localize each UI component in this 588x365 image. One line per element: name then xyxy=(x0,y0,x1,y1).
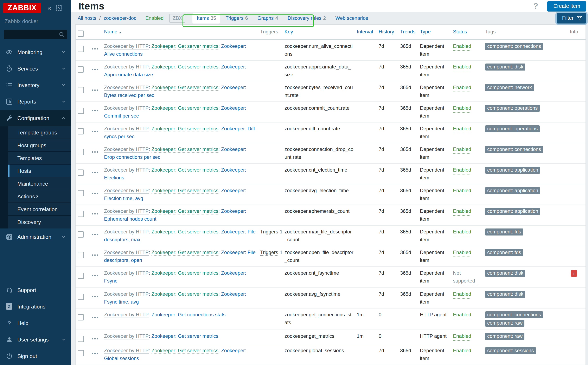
status-badge[interactable]: Enabled xyxy=(453,42,471,50)
item-checkbox[interactable] xyxy=(78,128,84,134)
sidebar-item-templates[interactable]: Templates xyxy=(8,152,71,165)
item-checkbox[interactable] xyxy=(78,87,84,93)
item-checkbox[interactable] xyxy=(78,169,84,175)
template-link[interactable]: Zookeeper by HTTP xyxy=(104,208,149,214)
row-context-menu-icon[interactable] xyxy=(92,192,98,194)
tab-triggers[interactable]: Triggers6 xyxy=(221,13,252,23)
master-item-link[interactable]: Zookeeper: Get server metrics xyxy=(151,348,218,354)
breadcrumb-host[interactable]: zookeeper-doc xyxy=(103,15,136,21)
master-item-link[interactable]: Zookeeper: Get server metrics xyxy=(151,43,218,49)
sidebar-item-reports[interactable]: Reports xyxy=(0,93,71,110)
status-badge[interactable]: Enabled xyxy=(453,332,471,340)
item-checkbox[interactable] xyxy=(78,107,84,114)
column-header-type[interactable]: Type xyxy=(420,29,431,35)
status-badge[interactable]: Enabled xyxy=(453,311,471,319)
sidebar-item-maintenance[interactable]: Maintenance xyxy=(8,177,71,190)
collapse-sidebar-icon[interactable]: « xyxy=(47,5,51,12)
master-item-link[interactable]: Zookeeper: Get server metrics xyxy=(151,64,218,70)
master-item-link[interactable]: Zookeeper: Get server metrics xyxy=(151,270,218,276)
row-context-menu-icon[interactable] xyxy=(92,296,98,297)
item-checkbox[interactable] xyxy=(78,314,84,320)
tag-badge[interactable]: component: raw xyxy=(485,333,525,340)
sidebar-item-discovery[interactable]: Discovery xyxy=(8,216,71,228)
row-context-menu-icon[interactable] xyxy=(92,353,98,354)
tag-badge[interactable]: component: fds xyxy=(485,249,523,256)
breadcrumb-all-hosts[interactable]: All hosts xyxy=(78,15,96,21)
template-link[interactable]: Zookeeper by HTTP xyxy=(104,167,149,173)
tab-web-scenarios[interactable]: Web scenarios xyxy=(331,13,372,23)
item-checkbox[interactable] xyxy=(78,350,84,356)
tab-discovery-rules[interactable]: Discovery rules2 xyxy=(283,13,330,23)
status-badge[interactable]: Enabled xyxy=(453,63,471,71)
template-link[interactable]: Zookeeper by HTTP xyxy=(104,333,149,339)
row-context-menu-icon[interactable] xyxy=(92,172,98,173)
status-badge[interactable]: Enabled xyxy=(453,290,471,298)
sidebar-item-inventory[interactable]: Inventory xyxy=(0,77,71,93)
triggers-link[interactable]: Triggers xyxy=(260,249,278,255)
tab-graphs[interactable]: Graphs4 xyxy=(253,13,282,23)
template-link[interactable]: Zookeeper by HTTP xyxy=(104,312,149,318)
sidebar-item-monitoring[interactable]: Monitoring xyxy=(0,44,71,60)
master-item-link[interactable]: Zookeeper: Get server metrics xyxy=(151,146,218,152)
item-checkbox[interactable] xyxy=(78,272,84,279)
status-badge[interactable]: Enabled xyxy=(453,84,471,92)
item-checkbox[interactable] xyxy=(78,211,84,217)
sidebar-item-support[interactable]: Support xyxy=(0,282,71,298)
tag-badge[interactable]: component: application xyxy=(485,208,540,215)
select-all-checkbox[interactable] xyxy=(78,30,84,36)
item-checkbox[interactable] xyxy=(78,252,84,258)
master-item-link[interactable]: Zookeeper: Get server metrics xyxy=(151,105,218,111)
master-item-link[interactable]: Zookeeper: Get server metrics xyxy=(151,167,218,173)
row-context-menu-icon[interactable] xyxy=(92,275,98,276)
master-item-link[interactable]: Zookeeper: Get server metrics xyxy=(151,84,218,91)
sidebar-item-administration[interactable]: Administration xyxy=(0,228,71,245)
zabbix-logo[interactable]: ZABBIX xyxy=(3,3,41,13)
template-link[interactable]: Zookeeper by HTTP xyxy=(104,126,149,132)
template-link[interactable]: Zookeeper by HTTP xyxy=(104,291,149,297)
tag-badge[interactable]: component: application xyxy=(485,187,540,194)
template-link[interactable]: Zookeeper by HTTP xyxy=(104,84,149,91)
tag-badge[interactable]: component: disk xyxy=(485,63,525,70)
column-header-interval[interactable]: Interval xyxy=(357,29,373,35)
tag-badge[interactable]: component: connections xyxy=(485,43,543,50)
row-context-menu-icon[interactable] xyxy=(92,48,98,49)
row-context-menu-icon[interactable] xyxy=(92,234,98,235)
row-context-menu-icon[interactable] xyxy=(92,131,98,132)
sidebar-item-user-settings[interactable]: User settings xyxy=(0,331,71,348)
item-checkbox[interactable] xyxy=(78,294,84,300)
row-context-menu-icon[interactable] xyxy=(92,151,98,153)
expand-sidebar-icon[interactable]: ↖ xyxy=(56,5,62,11)
search-input[interactable] xyxy=(4,30,67,39)
sidebar-item-actions[interactable]: Actions xyxy=(8,190,71,203)
status-badge[interactable]: Enabled xyxy=(453,228,471,236)
tag-badge[interactable]: component: connections xyxy=(485,146,543,153)
template-link[interactable]: Zookeeper by HTTP xyxy=(104,64,149,70)
status-badge[interactable]: Enabled xyxy=(453,145,471,154)
status-badge[interactable]: Enabled xyxy=(453,248,471,257)
tag-badge[interactable]: component: disk xyxy=(485,291,525,298)
template-link[interactable]: Zookeeper by HTTP xyxy=(104,146,149,152)
master-item-link[interactable]: Zookeeper: Get server metrics xyxy=(151,291,218,297)
status-badge[interactable]: Enabled xyxy=(453,166,471,174)
status-badge[interactable]: Enabled xyxy=(453,187,471,195)
master-item-link[interactable]: Zookeeper: Get server metrics xyxy=(151,188,218,194)
sidebar-item-host-groups[interactable]: Host groups xyxy=(8,139,71,152)
column-header-name[interactable]: Name xyxy=(104,29,117,35)
row-context-menu-icon[interactable] xyxy=(92,213,98,214)
item-name-link[interactable]: Zookeeper: Get server metrics xyxy=(151,333,218,339)
item-checkbox[interactable] xyxy=(78,190,84,196)
master-item-link[interactable]: Zookeeper: Get server metrics xyxy=(151,229,218,235)
status-badge[interactable]: Enabled xyxy=(453,125,471,133)
triggers-link[interactable]: Triggers xyxy=(260,229,278,235)
master-item-link[interactable]: Zookeeper: Get server metrics xyxy=(151,126,218,132)
info-error-icon[interactable]: i xyxy=(571,270,577,277)
status-badge[interactable]: Enabled xyxy=(453,347,471,355)
row-context-menu-icon[interactable] xyxy=(92,69,98,70)
tag-badge[interactable]: component: raw xyxy=(485,319,525,326)
sidebar-item-event-correlation[interactable]: Event correlation xyxy=(8,203,71,216)
tag-badge[interactable]: component: network xyxy=(485,84,534,91)
item-checkbox[interactable] xyxy=(78,336,84,342)
item-checkbox[interactable] xyxy=(78,46,84,52)
template-link[interactable]: Zookeeper by HTTP xyxy=(104,249,149,255)
help-icon[interactable]: ? xyxy=(533,2,538,11)
